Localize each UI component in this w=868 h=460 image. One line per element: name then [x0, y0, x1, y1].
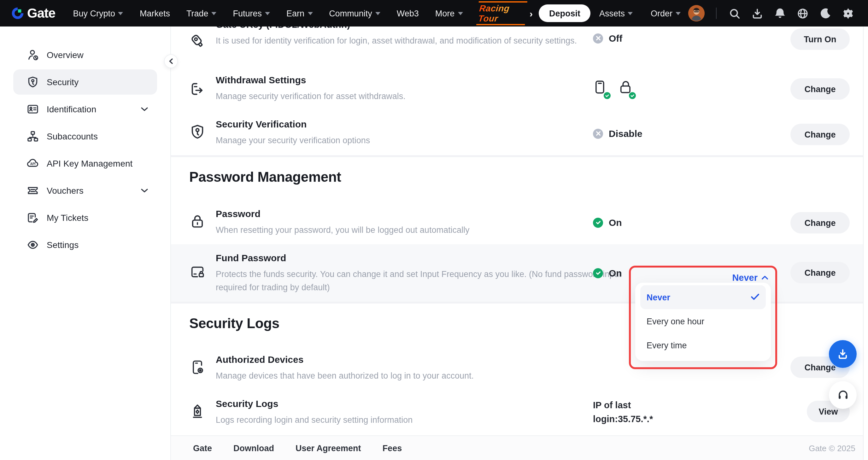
footer-link-download[interactable]: Download: [234, 443, 274, 453]
sidebar-item-label: Subaccounts: [47, 131, 98, 141]
voucher-icon: [27, 184, 39, 197]
footer-link-fees[interactable]: Fees: [382, 443, 402, 453]
withdrawal-desc: Manage security verification for asset w…: [216, 90, 406, 103]
password-status: On: [593, 217, 622, 228]
card-lock-icon: [189, 264, 206, 283]
input-frequency-value: Never: [732, 272, 757, 282]
withdrawal-title: Withdrawal Settings: [216, 74, 406, 85]
dark-mode-moon-icon[interactable]: [814, 0, 836, 27]
check-circle-icon: [593, 268, 603, 278]
nav-futures[interactable]: Futures: [225, 0, 279, 27]
ukey-icon: [189, 33, 206, 52]
nav-label: More: [435, 8, 455, 18]
row-withdrawal-settings: Withdrawal Settings Manage security veri…: [189, 74, 850, 112]
logs-icon: [189, 403, 206, 422]
lock-verified-icon: [618, 80, 633, 97]
withdrawal-change-button[interactable]: Change: [790, 78, 850, 100]
password-change-button[interactable]: Change: [790, 212, 850, 234]
sidebar-item-identification[interactable]: Identification: [13, 96, 157, 122]
account-sidebar: Overview Security Identification Subacco…: [0, 27, 171, 460]
nav-label: Earn: [286, 8, 304, 18]
download-app-fab[interactable]: [829, 340, 857, 368]
caret-down-icon: [375, 12, 380, 15]
sidebar-item-label: Settings: [47, 240, 79, 250]
sidebar-item-api-key-management[interactable]: API API Key Management: [13, 151, 157, 176]
footer-link-gate[interactable]: Gate: [193, 443, 212, 453]
password-status-label: On: [609, 217, 622, 228]
nav-label: Web3: [397, 8, 419, 18]
caret-down-icon: [458, 12, 463, 15]
nav-label: Assets: [599, 8, 625, 18]
sidebar-item-overview[interactable]: Overview: [13, 42, 157, 67]
settings-eye-icon: [27, 239, 39, 251]
racing-tour-banner[interactable]: Racing Tour ›: [471, 1, 539, 25]
fund-password-change-button[interactable]: Change: [790, 262, 850, 283]
nav-markets[interactable]: Markets: [131, 0, 178, 27]
subaccounts-icon: [27, 130, 39, 143]
security-verification-change-button[interactable]: Change: [790, 124, 850, 145]
chevron-up-icon: [762, 275, 768, 280]
security-settings-main: Gate UKey (FIDO2/WebAuthn) It is used fo…: [171, 0, 863, 460]
top-navbar: Gate Buy Crypto Markets Trade Futures Ea…: [0, 0, 868, 27]
fund-password-status: On: [593, 268, 622, 278]
footer-link-user-agreement[interactable]: User Agreement: [296, 443, 361, 453]
settings-gear-icon[interactable]: [836, 0, 859, 27]
authorized-devices-desc: Manage devices that have been authorized…: [216, 369, 474, 382]
brand-name: Gate: [27, 6, 55, 21]
card-export-icon: [189, 81, 206, 100]
download-app-icon[interactable]: [746, 0, 768, 27]
security-logs-title: Security Logs: [216, 398, 412, 409]
withdrawal-verification-icons: [593, 80, 633, 97]
gate-logo[interactable]: Gate: [11, 6, 55, 21]
download-icon: [836, 348, 849, 360]
fund-password-status-label: On: [609, 268, 622, 278]
sidebar-item-settings[interactable]: Settings: [13, 232, 157, 257]
scrollbar-gutter[interactable]: [863, 27, 868, 460]
gate-ukey-status: Off: [593, 33, 622, 43]
chevron-left-icon: [168, 58, 174, 64]
sidebar-item-vouchers[interactable]: Vouchers: [13, 178, 157, 203]
id-card-icon: [27, 103, 39, 116]
search-icon[interactable]: [723, 0, 746, 27]
caret-down-icon: [308, 12, 313, 15]
chevron-down-icon: [141, 188, 148, 193]
nav-buy-crypto[interactable]: Buy Crypto: [65, 0, 131, 27]
sidebar-item-security[interactable]: Security: [13, 69, 157, 95]
sidebar-item-subaccounts[interactable]: Subaccounts: [13, 124, 157, 149]
nav-more[interactable]: More: [427, 0, 471, 27]
sidebar-item-my-tickets[interactable]: My Tickets: [13, 205, 157, 230]
authorized-devices-title: Authorized Devices: [216, 354, 474, 365]
row-security-verification: Security Verification Manage your securi…: [189, 119, 850, 156]
shield-key-icon: [189, 124, 206, 143]
nav-web3[interactable]: Web3: [389, 0, 427, 27]
sidebar-item-label: Identification: [47, 104, 96, 114]
nav-trade[interactable]: Trade: [178, 0, 225, 27]
deposit-button[interactable]: Deposit: [539, 4, 590, 22]
sidebar-item-label: Overview: [47, 50, 84, 60]
input-frequency-select[interactable]: Never: [629, 268, 777, 287]
fund-password-title: Fund Password: [216, 252, 632, 263]
turn-on-button[interactable]: Turn On: [790, 28, 850, 50]
row-password: Password When resetting your password, y…: [189, 208, 850, 244]
gate-logo-icon: [11, 6, 25, 20]
caret-down-icon: [676, 12, 681, 15]
customer-support-fab[interactable]: [829, 381, 857, 409]
security-verification-status: Disable: [593, 128, 643, 139]
racing-tour-label: Racing Tour: [476, 1, 527, 25]
nav-order[interactable]: Order: [642, 0, 684, 27]
security-verification-desc: Manage your security verification option…: [216, 134, 370, 147]
language-globe-icon[interactable]: [791, 0, 814, 27]
password-title: Password: [216, 208, 469, 219]
x-circle-icon: [593, 128, 603, 139]
footer: Gate Download User Agreement Fees Gate ©…: [171, 435, 863, 460]
notifications-bell-icon[interactable]: [768, 0, 791, 27]
user-icon: [27, 49, 39, 61]
nav-earn[interactable]: Earn: [278, 0, 321, 27]
password-management-header: Password Management: [189, 169, 341, 185]
avatar[interactable]: [688, 5, 705, 22]
sidebar-item-label: Security: [47, 77, 79, 87]
sidebar-collapse-button[interactable]: [164, 54, 178, 68]
nav-assets[interactable]: Assets: [590, 0, 642, 27]
svg-text:API: API: [30, 162, 36, 166]
nav-community[interactable]: Community: [321, 0, 389, 27]
